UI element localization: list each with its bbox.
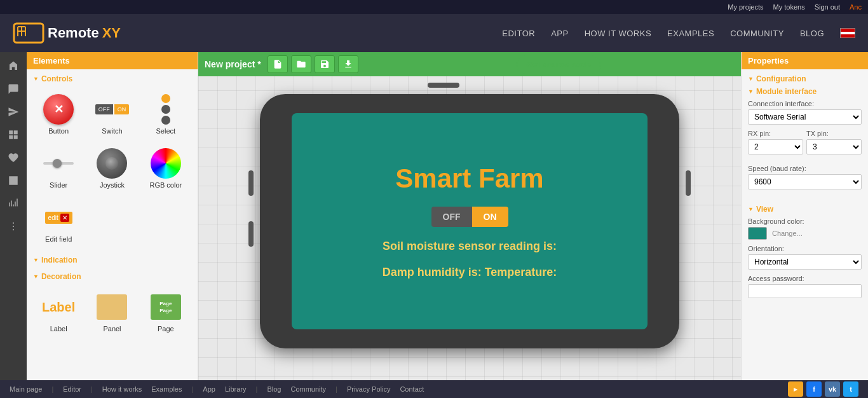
rgb-icon-container bbox=[150, 148, 182, 179]
rx-pin-select[interactable]: 2 345 bbox=[748, 139, 803, 154]
indication-section-title: Indication bbox=[27, 250, 198, 267]
my-projects-link[interactable]: My projects bbox=[728, 3, 763, 11]
rgb-visual bbox=[151, 148, 181, 179]
element-page[interactable]: Page Page Page bbox=[140, 286, 191, 338]
editfield-label: Edit field bbox=[45, 235, 72, 243]
bg-color-label: Background color: bbox=[748, 217, 862, 225]
phone-toggle[interactable]: OFF ON bbox=[431, 207, 508, 227]
logo-remote-text: Remote bbox=[48, 25, 99, 41]
toolbar-open-button[interactable] bbox=[291, 55, 311, 73]
page-label: Page bbox=[158, 325, 174, 333]
my-tokens-link[interactable]: My tokens bbox=[773, 3, 805, 11]
sel-circle-1 bbox=[161, 94, 170, 103]
tx-pin-select[interactable]: 3 245 bbox=[806, 139, 862, 154]
footer-contact[interactable]: Contact bbox=[400, 385, 424, 393]
top-bar: My projects My tokens Sign out Anc bbox=[0, 0, 868, 14]
select-label: Select bbox=[156, 127, 176, 135]
element-panel[interactable]: Panel bbox=[86, 286, 137, 338]
sidebar-icon-home[interactable] bbox=[4, 57, 22, 75]
footer-div2: | bbox=[91, 385, 93, 393]
element-select[interactable]: Select bbox=[140, 88, 191, 140]
speed-select[interactable]: 9600 192003840057600115200 bbox=[748, 174, 862, 189]
sidebar-icon-grid[interactable] bbox=[4, 126, 22, 144]
footer-examples[interactable]: Examples bbox=[151, 385, 182, 393]
sidebar-icon-heart[interactable] bbox=[4, 149, 22, 167]
page-icon-text1: Page bbox=[159, 301, 172, 306]
footer-community[interactable]: Community bbox=[290, 385, 326, 393]
element-slider[interactable]: Slider bbox=[33, 142, 84, 194]
switch-visual: OFF ON bbox=[95, 104, 130, 114]
nav-examples[interactable]: EXAMPLES bbox=[667, 29, 714, 38]
nav-app[interactable]: APP bbox=[551, 29, 569, 38]
orientation-select[interactable]: Horizontal Vertical bbox=[748, 254, 862, 270]
phone-right-button bbox=[686, 170, 691, 196]
element-rgb[interactable]: RGB color bbox=[140, 142, 191, 194]
element-switch[interactable]: OFF ON Switch bbox=[86, 88, 137, 140]
editfield-visual: edit ✕ bbox=[45, 212, 72, 224]
sign-out-link[interactable]: Sign out bbox=[815, 3, 840, 11]
select-icon-container bbox=[150, 93, 182, 125]
editfield-x: ✕ bbox=[60, 214, 69, 222]
logo-xy-text: XY bbox=[102, 25, 121, 41]
label-visual: Label bbox=[42, 300, 75, 315]
element-joystick[interactable]: Joystick bbox=[86, 142, 137, 194]
button-visual: ✕ bbox=[43, 94, 74, 125]
logo[interactable]: RemoteXY bbox=[13, 20, 121, 46]
nav-community[interactable]: COMMUNITY bbox=[730, 29, 784, 38]
view-section: View Background color: Change... Orienta… bbox=[742, 200, 868, 303]
language-flag[interactable] bbox=[840, 28, 855, 38]
get-source-button[interactable]: Get source code bbox=[516, 55, 601, 74]
view-header: View bbox=[748, 205, 862, 214]
footer-how-it-works[interactable]: How it works bbox=[102, 385, 142, 393]
properties-panel-header: Properties bbox=[742, 52, 868, 69]
vk-button[interactable]: vk bbox=[825, 381, 840, 397]
svg-point-8 bbox=[13, 229, 14, 230]
footer-editor[interactable]: Editor bbox=[63, 385, 81, 393]
phone-top-button bbox=[428, 83, 459, 88]
sel-circle-3 bbox=[161, 116, 170, 125]
element-button[interactable]: ✕ Button bbox=[33, 88, 84, 140]
change-color-link[interactable]: Change... bbox=[772, 230, 803, 237]
canvas-toolbar bbox=[268, 55, 358, 73]
configuration-header: Configuration bbox=[748, 74, 862, 83]
facebook-button[interactable]: f bbox=[806, 381, 822, 397]
sidebar-icon-chart[interactable] bbox=[4, 195, 22, 212]
twitter-button[interactable]: t bbox=[843, 381, 858, 397]
sidebar-icon-more[interactable] bbox=[4, 217, 22, 235]
controls-section-title: Controls bbox=[27, 69, 198, 86]
svg-point-6 bbox=[13, 223, 14, 224]
footer-app[interactable]: App bbox=[203, 385, 215, 393]
nav-bar: RemoteXY EDITOR APP HOW IT WORKS EXAMPLE… bbox=[0, 14, 868, 52]
tx-pin-label: TX pin: bbox=[806, 130, 862, 137]
sidebar-icon-send[interactable] bbox=[4, 103, 22, 121]
color-swatch[interactable] bbox=[748, 227, 767, 240]
sidebar-icon-table[interactable] bbox=[4, 172, 22, 189]
toolbar-export-button[interactable] bbox=[338, 55, 358, 73]
element-label-item[interactable]: Label Label bbox=[33, 286, 84, 338]
toolbar-new-button[interactable] bbox=[268, 55, 288, 73]
nav-blog[interactable]: BLOG bbox=[800, 29, 824, 38]
toolbar-save-button[interactable] bbox=[315, 55, 335, 73]
sidebar-icon-message[interactable] bbox=[4, 80, 22, 98]
connection-interface-select[interactable]: Software Serial Hardware Serial Bluetoot… bbox=[748, 109, 862, 125]
element-editfield[interactable]: edit ✕ Edit field bbox=[33, 196, 84, 248]
footer-links: Main page | Editor | How it works Exampl… bbox=[10, 385, 424, 393]
footer-blog[interactable]: Blog bbox=[267, 385, 281, 393]
switch-label: Switch bbox=[102, 127, 122, 135]
nav-how-it-works[interactable]: HOW IT WORKS bbox=[585, 29, 651, 38]
footer-main-page[interactable]: Main page bbox=[10, 385, 42, 393]
button-icon: ✕ bbox=[43, 93, 74, 125]
nav-editor[interactable]: EDITOR bbox=[502, 29, 535, 38]
main-layout: Elements Controls ✕ Button OFF ON Switch bbox=[0, 52, 868, 380]
page-icon-text2: Page bbox=[159, 308, 172, 313]
footer-div5: | bbox=[336, 385, 337, 393]
rx-pin-col: RX pin: 2 345 bbox=[748, 130, 803, 160]
decoration-section-title: Decoration bbox=[27, 267, 198, 284]
rss-button[interactable]: ▸ bbox=[788, 381, 803, 397]
phone-humidity-text: Damp humidity is: Temperature: bbox=[383, 266, 557, 279]
footer-privacy[interactable]: Privacy Policy bbox=[347, 385, 390, 393]
properties-panel: Properties Configuration Module interfac… bbox=[741, 52, 868, 380]
sel-circle-2 bbox=[161, 105, 170, 114]
footer-library[interactable]: Library bbox=[225, 385, 247, 393]
access-password-input[interactable] bbox=[748, 284, 862, 298]
